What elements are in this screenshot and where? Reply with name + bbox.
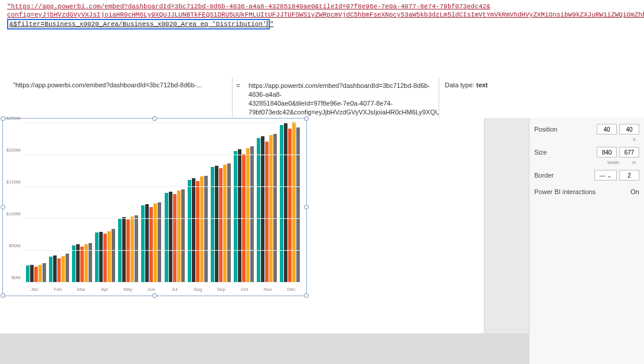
border-style-select[interactable]: — ⌄ (594, 170, 617, 181)
size-sub-w: Width (607, 160, 619, 165)
chart-y-axis: $0M$50M$100M$150M$200M$250M (4, 123, 22, 283)
canvas-bottom-strip (0, 333, 529, 364)
bar (26, 265, 30, 283)
bar (112, 229, 115, 283)
bar (89, 243, 92, 283)
prop-size: Size (534, 146, 639, 159)
bar (219, 168, 223, 283)
prop-border-label: Border (534, 172, 594, 179)
position-y-input[interactable] (619, 124, 639, 135)
expression-datatype: Data type: text (439, 78, 636, 120)
bar-group (72, 243, 92, 283)
bar (95, 232, 99, 283)
bar (181, 189, 185, 283)
expression-result-row: "https://app.powerbi.com/embed?dashboard… (8, 78, 636, 121)
bar (215, 166, 218, 283)
powerbi-tile[interactable]: $0M$50M$100M$150M$200M$250M JanFebMarApr… (2, 118, 307, 296)
prop-position: Position (534, 123, 639, 136)
y-tick-label: $250M (6, 116, 21, 121)
bar (238, 149, 241, 283)
x-tick-label: Sep (211, 287, 231, 292)
bar (288, 129, 292, 283)
bar (158, 202, 161, 283)
formula-filter-text: &$filter=Business_x0020_Area/Business_x0… (9, 21, 267, 28)
bar (107, 231, 111, 283)
resize-handle-br[interactable] (304, 293, 309, 298)
bar (280, 125, 283, 283)
bar (296, 127, 300, 283)
bar-group (280, 122, 300, 283)
bar (57, 258, 61, 283)
expression-source: "https://app.powerbi.com/embed?dashboard… (8, 78, 233, 120)
y-tick-label: $100M (6, 211, 21, 217)
chart-x-axis: JanFebMarAprMayJunJulAugSepOctNovDec (23, 287, 303, 292)
bar (126, 219, 130, 283)
bar-group (26, 263, 46, 283)
y-tick-label: $150M (6, 179, 21, 185)
prop-position-label: Position (534, 126, 597, 133)
bar-group (257, 134, 277, 283)
resize-handle-tr[interactable] (304, 116, 309, 121)
bar (284, 123, 287, 283)
canvas-zone[interactable]: $0M$50M$100M$150M$200M$250M JanFebMarApr… (0, 118, 529, 364)
x-tick-label: Nov (258, 287, 278, 292)
x-tick-label: Jan (25, 287, 45, 292)
bar (234, 151, 237, 283)
bar (165, 193, 168, 283)
pbi-interactions-label: Power BI interactions (534, 188, 630, 195)
size-h-input[interactable] (619, 147, 639, 158)
bar (188, 180, 191, 283)
bar (169, 192, 172, 283)
formula-bar[interactable]: "https://app.powerbi.com/embed?dashboard… (0, 0, 644, 31)
bar (130, 217, 134, 283)
x-tick-label: Jul (165, 287, 185, 292)
formula-line2-post: " (270, 21, 274, 28)
position-sub-x: X (633, 137, 636, 142)
bar (223, 165, 227, 283)
formula-line2-config: config=eyJjbHVzdGVyVXJsIjoiaHR0cHM6Ly9XQ… (7, 11, 644, 18)
prop-size-label: Size (534, 149, 597, 156)
expression-result: https://app.powerbi.com/embed?dashboardI… (244, 78, 439, 120)
bar-group (141, 202, 161, 283)
bar (265, 142, 269, 283)
equals-sign: = (233, 78, 244, 120)
bar (66, 254, 69, 283)
bar (135, 215, 138, 283)
bar (30, 265, 34, 283)
bar (141, 205, 145, 283)
x-tick-label: Apr (94, 287, 115, 292)
x-tick-label: May (118, 287, 138, 292)
bar (246, 148, 250, 283)
bar (80, 247, 84, 283)
pbi-interactions-value[interactable]: On (630, 188, 639, 195)
size-sub-h: H (632, 160, 636, 165)
bar-group (234, 146, 254, 283)
border-width-input[interactable] (619, 170, 639, 181)
resize-handle-bl[interactable] (1, 293, 5, 298)
bar (103, 234, 107, 283)
resize-handle-tl[interactable] (1, 116, 5, 121)
bar-group (118, 215, 138, 283)
resize-handle-b[interactable] (152, 293, 157, 298)
size-w-input[interactable] (597, 147, 617, 158)
bar (53, 255, 57, 283)
bar (250, 146, 254, 283)
x-tick-label: Mar (71, 287, 91, 292)
bar (99, 232, 103, 283)
bar (34, 267, 38, 283)
bar (192, 178, 195, 283)
y-tick-label: $200M (6, 147, 21, 153)
bar (177, 191, 181, 283)
resize-handle-r[interactable] (304, 205, 309, 209)
resize-handle-t[interactable] (152, 116, 157, 121)
position-x-input[interactable] (597, 124, 617, 135)
bar-group (95, 229, 115, 283)
canvas-scroll-gutter (484, 118, 529, 364)
bar (196, 181, 200, 283)
bar (204, 176, 208, 283)
bar (173, 194, 176, 283)
prop-border: Border — ⌄ (534, 169, 639, 182)
bar (261, 136, 264, 283)
formula-line1: "https://app.powerbi.com/embed?dashboard… (7, 3, 491, 10)
bar (38, 265, 42, 283)
